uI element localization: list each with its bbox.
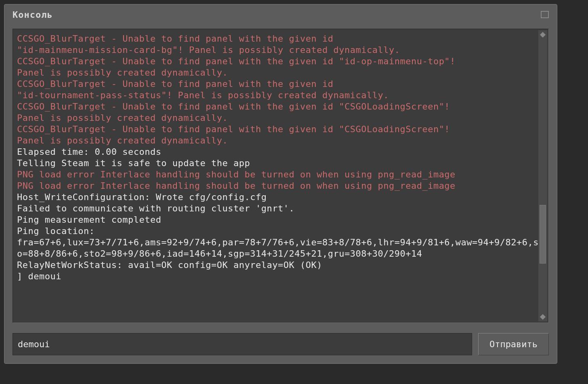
console-line: PNG load error Interlace handling should… bbox=[17, 180, 544, 192]
console-line: Ping measurement completed bbox=[17, 214, 544, 226]
maximize-icon[interactable] bbox=[541, 11, 549, 18]
console-line: CCSGO_BlurTarget - Unable to find panel … bbox=[17, 78, 544, 90]
titlebar[interactable]: Консоль bbox=[4, 4, 557, 25]
console-line: fra=67+6,lux=73+7/71+6,ams=92+9/74+6,par… bbox=[17, 237, 544, 260]
console-line: PNG load error Interlace handling should… bbox=[17, 169, 544, 180]
console-line: Host_WriteConfiguration: Wrote cfg/confi… bbox=[17, 192, 544, 203]
console-line: ] demoui bbox=[17, 271, 544, 282]
console-line: "id-tournament-pass-status"! Panel is po… bbox=[17, 90, 544, 101]
console-line: CCSGO_BlurTarget - Unable to find panel … bbox=[17, 33, 544, 44]
command-input[interactable] bbox=[13, 333, 472, 355]
console-line: Elapsed time: 0.00 seconds bbox=[17, 146, 544, 158]
console-line: CCSGO_BlurTarget - Unable to find panel … bbox=[17, 124, 544, 135]
console-line: CCSGO_BlurTarget - Unable to find panel … bbox=[17, 56, 544, 67]
window-title: Консоль bbox=[13, 10, 53, 20]
console-line: RelayNetWorkStatus: avail=OK config=OK a… bbox=[17, 260, 544, 271]
console-line: "id-mainmenu-mission-card-bg"! Panel is … bbox=[17, 44, 544, 56]
output-area[interactable]: CCSGO_BlurTarget - Unable to find panel … bbox=[13, 29, 549, 323]
console-line: Failed to communicate with routing clust… bbox=[17, 203, 544, 214]
console-line: Panel is possibly created dynamically. bbox=[17, 67, 544, 78]
console-window: Консоль CCSGO_BlurTarget - Unable to fin… bbox=[4, 4, 557, 364]
console-line: Telling Steam it is safe to update the a… bbox=[17, 158, 544, 169]
submit-button[interactable]: Отправить bbox=[478, 333, 549, 355]
scroll-thumb[interactable] bbox=[540, 205, 546, 264]
scroll-up-icon[interactable] bbox=[538, 30, 547, 39]
console-line: Panel is possibly created dynamically. bbox=[17, 135, 544, 146]
console-line: CCSGO_BlurTarget - Unable to find panel … bbox=[17, 101, 544, 112]
console-body: CCSGO_BlurTarget - Unable to find panel … bbox=[13, 29, 549, 355]
console-line: Ping location: bbox=[17, 226, 544, 237]
scroll-down-icon[interactable] bbox=[538, 312, 547, 321]
input-row: Отправить bbox=[13, 333, 549, 355]
scrollbar[interactable] bbox=[538, 30, 547, 321]
console-line: Panel is possibly created dynamically. bbox=[17, 112, 544, 124]
output-content: CCSGO_BlurTarget - Unable to find panel … bbox=[17, 33, 544, 282]
